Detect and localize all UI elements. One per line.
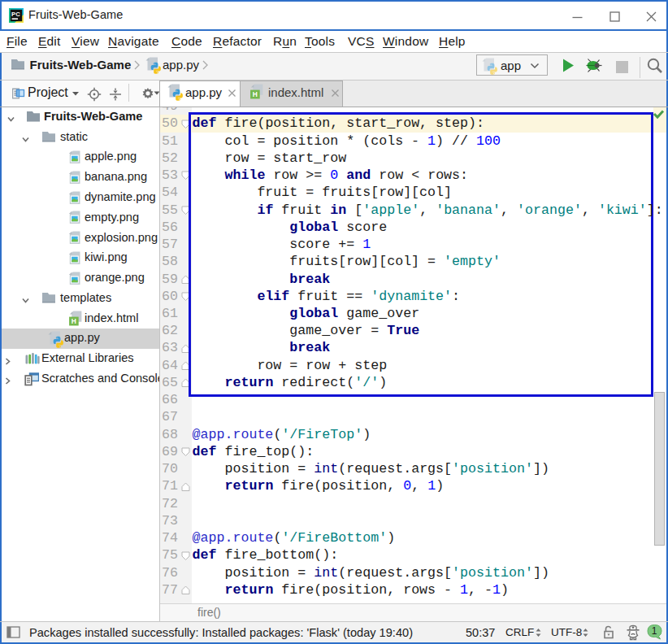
svg-text:1: 1	[652, 625, 657, 637]
svg-text:H: H	[253, 90, 258, 98]
svg-text:H: H	[72, 318, 76, 326]
svg-text:PC: PC	[11, 11, 20, 18]
